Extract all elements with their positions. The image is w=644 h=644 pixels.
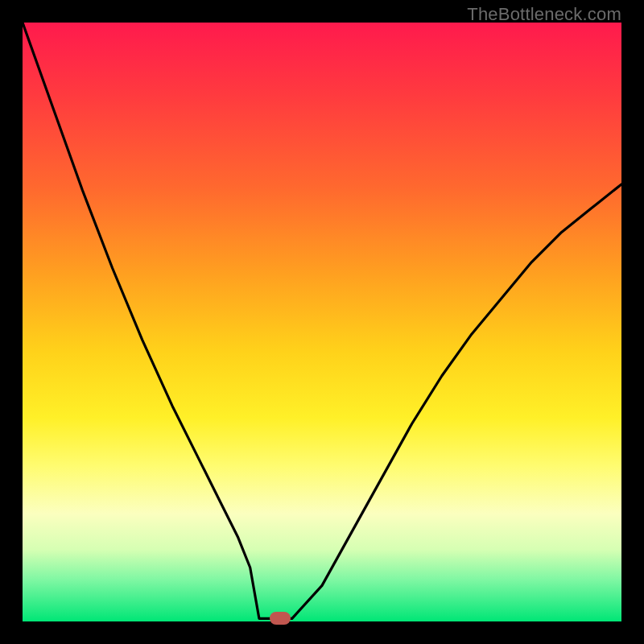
- chart-frame: TheBottleneck.com: [0, 0, 644, 644]
- optimum-marker: [270, 612, 291, 625]
- bottleneck-curve: [23, 23, 621, 621]
- plot-area: [23, 23, 621, 621]
